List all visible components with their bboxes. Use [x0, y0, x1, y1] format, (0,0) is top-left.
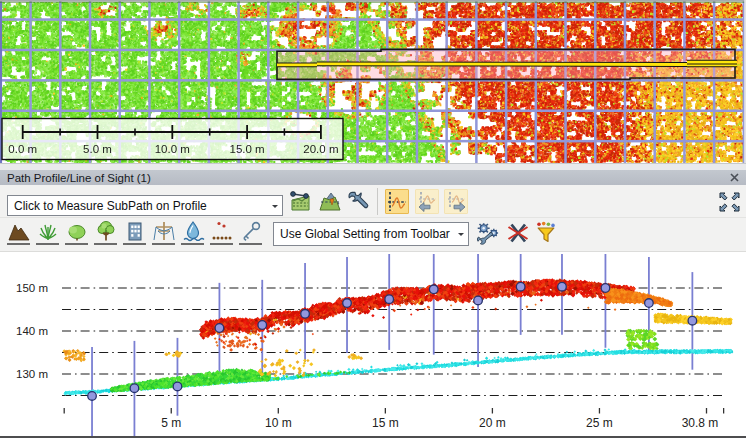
subpath-marker-5[interactable] [258, 321, 267, 330]
subpath-marker-6[interactable] [301, 310, 310, 319]
subpath-marker-10[interactable] [474, 296, 483, 305]
subpath-marker-9[interactable] [429, 285, 438, 294]
subpath-marker-4[interactable] [215, 324, 224, 333]
subpath-marker-12[interactable] [558, 282, 567, 291]
subpath-marker-1[interactable] [88, 392, 97, 401]
subpath-marker-8[interactable] [385, 295, 394, 304]
subpath-marker-11[interactable] [516, 282, 525, 291]
subpath-marker-14[interactable] [645, 299, 654, 308]
subpath-marker-13[interactable] [601, 284, 610, 293]
subpath-marker-7[interactable] [343, 299, 352, 308]
subpath-marker-2[interactable] [130, 384, 139, 393]
path-profile-window: 0.0 m5.0 m10.0 m15.0 m20.0 m Path Profil… [0, 0, 746, 439]
subpath-marker-15[interactable] [688, 316, 697, 325]
bottom-panel-edge [0, 436, 746, 438]
profile-markers-layer [0, 0, 746, 439]
subpath-marker-3[interactable] [173, 382, 182, 391]
profile-plot[interactable]: 150 m140 m130 m5 m10 m15 m20 m25 m30.8 m [0, 252, 746, 439]
